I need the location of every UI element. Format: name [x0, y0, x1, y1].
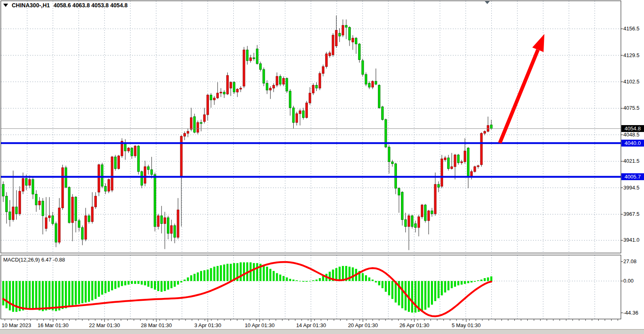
- date-label: 10 Apr 01:30: [245, 322, 275, 328]
- price-badge-support: 4005.7: [621, 173, 644, 180]
- date-label: 3 Apr 01:30: [194, 322, 222, 328]
- date-label: 28 Mar 01:30: [141, 322, 172, 328]
- date-label: 16 Mar 01:30: [38, 322, 69, 328]
- price-tick-label: 4048.5: [623, 132, 640, 138]
- price-tick-label: 4156.5: [623, 26, 640, 32]
- macd-indicator-label: MACD(12,26,9) 6.47 -0.88: [3, 257, 65, 263]
- ohlc-readout: 4058.6 4063.8 4053.8 4054.8: [53, 2, 128, 9]
- price-tick-label: 4021.5: [623, 158, 640, 164]
- trend-arrow-icon[interactable]: [500, 34, 544, 143]
- mt4-chart-window: CHINA300-,H14058.6 4063.8 4053.8 4054.8 …: [0, 0, 644, 334]
- macd-tick-label: -44.36: [623, 310, 638, 316]
- date-label: 10 Mar 2023: [2, 322, 31, 328]
- chart-shift-marker-icon[interactable]: [485, 1, 490, 4]
- macd-tick-label: 0.00: [623, 278, 633, 284]
- price-tick-label: 3994.5: [623, 185, 640, 191]
- price-tick-label: 3941.0: [623, 237, 640, 243]
- date-label: 20 Apr 01:30: [348, 322, 378, 328]
- price-badge-last: 4054.8: [621, 125, 644, 132]
- date-label: 5 May 01:30: [452, 322, 481, 328]
- gridlines: [1, 1, 621, 319]
- date-label: 14 Apr 01:30: [296, 322, 326, 328]
- price-tick-label: 4129.5: [623, 52, 640, 58]
- price-tick-label: 4075.5: [623, 105, 640, 111]
- candles[interactable]: [2, 15, 493, 250]
- price-tick-label: 3967.5: [623, 211, 640, 217]
- chart-canvas[interactable]: [0, 0, 644, 334]
- window-bottom-edge: [0, 329, 644, 334]
- chart-title: CHINA300-,H14058.6 4063.8 4053.8 4054.8: [3, 2, 128, 9]
- date-label: 22 Mar 01:30: [89, 322, 120, 328]
- date-label: 26 Apr 01:30: [399, 322, 429, 328]
- price-badge-resistance: 4040.0: [621, 140, 644, 147]
- chart-area[interactable]: CHINA300-,H14058.6 4063.8 4053.8 4054.8 …: [0, 0, 644, 329]
- price-tick-label: 4102.5: [623, 79, 640, 85]
- plot-borders: [1, 1, 621, 319]
- symbol-dropdown-icon: [3, 4, 8, 7]
- symbol-label: CHINA300-,H1: [12, 2, 50, 9]
- macd-tick-label: 27.08: [623, 258, 637, 264]
